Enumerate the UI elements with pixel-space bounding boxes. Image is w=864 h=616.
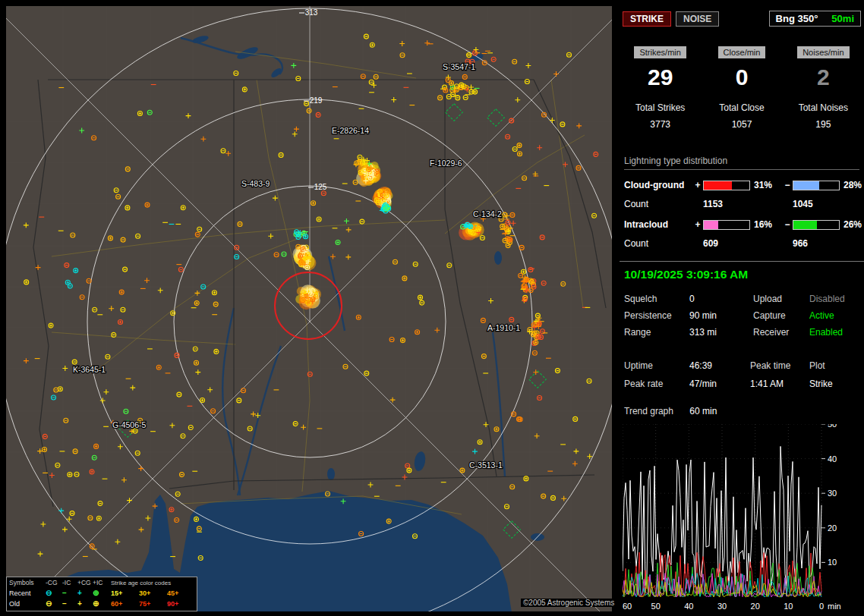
squelch-value: 0 xyxy=(689,294,753,304)
x-axis-label: 50 xyxy=(651,602,661,611)
strike-symbol xyxy=(213,302,218,306)
lightning-map-canvas[interactable]: 313219125S-3547-1E-2826-14F-1029-6S-483-… xyxy=(6,6,612,611)
strike-symbol xyxy=(186,113,191,118)
strike-symbol xyxy=(401,338,405,343)
strike-symbol xyxy=(87,278,91,283)
strike-symbol xyxy=(62,366,68,371)
strike-button[interactable]: STRIKE xyxy=(623,11,671,27)
lightning-map[interactable]: 313219125S-3547-1E-2826-14F-1029-6S-483-… xyxy=(6,6,612,611)
strike-symbol xyxy=(344,218,349,224)
river xyxy=(329,256,345,331)
total-noises-label: Total Noises xyxy=(783,102,864,113)
strike-symbol xyxy=(65,280,70,284)
strike-symbol xyxy=(114,188,118,193)
strike-symbol xyxy=(296,77,301,81)
intracloud-row: Intracloud + 16% − 26% xyxy=(624,219,864,230)
strike-symbol xyxy=(524,476,528,481)
map-legend: Symbols -CG -IC +CG +IC Strike age color… xyxy=(6,577,197,611)
strike-symbol xyxy=(71,233,75,237)
strike-symbol xyxy=(345,255,351,260)
strike-symbol xyxy=(127,498,132,503)
strike-symbol xyxy=(424,40,430,46)
strike-symbol xyxy=(93,307,97,312)
strike-symbol xyxy=(399,41,405,46)
noises-per-min-chip[interactable]: Noises/min xyxy=(797,46,849,58)
total-close-label: Total Close xyxy=(701,102,782,113)
strike-symbol xyxy=(509,118,514,123)
strike-symbol xyxy=(123,267,128,272)
noise-button[interactable]: NOISE xyxy=(676,11,719,27)
strike-symbol xyxy=(364,371,369,376)
strike-symbol xyxy=(121,477,127,482)
distribution-title: Lightning type distribution xyxy=(624,156,859,170)
strike-symbol xyxy=(194,360,199,365)
strike-symbol xyxy=(573,416,578,421)
strike-symbol xyxy=(576,165,581,170)
strike-symbol xyxy=(212,291,216,295)
circle-plus-icon: ⊕ xyxy=(93,600,111,608)
strike-symbol xyxy=(560,122,565,127)
control-panel: STRIKE NOISE Bng 350° 50mi Strikes/min 2… xyxy=(620,0,864,616)
peak-time-value: 1:41 AM xyxy=(750,379,809,389)
x-axis-label: 20 xyxy=(751,602,760,611)
storm-cell-label: C-134-2 xyxy=(473,209,502,218)
close-per-min-chip[interactable]: Close/min xyxy=(718,46,766,58)
strike-symbol xyxy=(389,338,394,342)
strike-symbol xyxy=(519,273,523,278)
strike-symbol xyxy=(70,511,74,516)
lake xyxy=(413,451,427,472)
x-axis-label: 40 xyxy=(684,602,693,611)
strike-symbol xyxy=(238,222,242,226)
state-border xyxy=(33,80,53,507)
strike-symbol xyxy=(188,426,193,430)
storm-cell-label: G-4506-5 xyxy=(112,420,147,429)
x-axis-label: 0 xyxy=(819,602,824,611)
ic-negative-count: 966 xyxy=(793,238,864,249)
strike-symbol xyxy=(24,223,29,228)
bearing-label: Bng 350° xyxy=(776,13,818,24)
strike-symbol xyxy=(38,552,43,557)
legend-pos-ic-header: +IC xyxy=(93,579,111,586)
legend-recent-label: Recent xyxy=(9,589,46,597)
strike-symbol xyxy=(393,259,398,264)
cg-negative-pct: 28% xyxy=(840,180,864,190)
minus-icon: − xyxy=(62,600,77,608)
strike-symbol xyxy=(307,108,311,113)
strike-symbol xyxy=(364,34,368,39)
strike-symbol xyxy=(517,143,522,148)
strike-symbol xyxy=(438,96,443,100)
intracloud-label: Intracloud xyxy=(624,219,692,230)
strike-symbol xyxy=(567,52,572,57)
strike-symbol xyxy=(193,347,197,351)
strike-symbol xyxy=(108,236,112,240)
strike-symbol xyxy=(574,449,579,454)
strike-symbol xyxy=(180,473,184,477)
strike-symbol xyxy=(147,110,152,115)
plot-value: Strike xyxy=(809,379,864,389)
storm-cell-label: K-3645-1 xyxy=(73,365,106,374)
strike-symbol xyxy=(49,323,53,328)
strikes-per-min-chip[interactable]: Strikes/min xyxy=(634,46,686,58)
strike-symbol xyxy=(460,468,465,473)
strike-symbol xyxy=(494,427,499,432)
ic-positive-gauge xyxy=(703,220,750,230)
cg-negative-gauge xyxy=(793,181,840,190)
strike-symbol xyxy=(181,434,185,438)
strike-symbol xyxy=(181,206,185,210)
uptime-label: Uptime xyxy=(624,360,689,371)
strike-symbol xyxy=(468,85,474,90)
strike-symbol xyxy=(197,227,202,231)
strike-symbol xyxy=(79,128,84,134)
cg-positive-pct: 31% xyxy=(750,180,782,190)
strike-symbol xyxy=(553,71,559,77)
strike-symbol xyxy=(512,147,517,152)
strike-symbol xyxy=(576,124,582,129)
total-strikes-value: 3773 xyxy=(620,119,701,130)
capture-status: Active xyxy=(809,310,864,321)
strike-symbol xyxy=(518,152,522,156)
strike-symbol xyxy=(139,527,144,533)
uptime-value: 46:39 xyxy=(689,360,750,371)
close-per-min-value: 0 xyxy=(701,64,782,90)
strike-symbol xyxy=(292,131,298,137)
strike-symbol xyxy=(80,295,84,300)
